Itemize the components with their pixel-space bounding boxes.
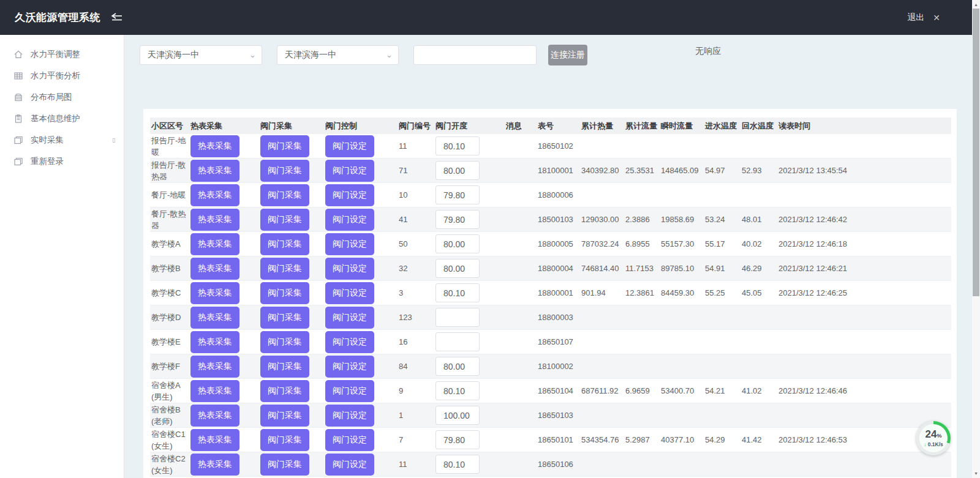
valve-set-button[interactable]: 阀门设定 (325, 233, 374, 255)
valve-opening-input[interactable] (435, 357, 480, 376)
valve-collect-button[interactable]: 阀门采集 (260, 209, 309, 231)
valve-set-button[interactable]: 阀门设定 (325, 356, 374, 378)
valve-collect-button[interactable]: 阀门采集 (260, 356, 309, 378)
main-content: 天津滨海一中 ⌄ 天津滨海一中 ⌄ 连接注册 无响应 小区区号 热表采集 阀门采… (124, 35, 972, 478)
cell-valve-number: 10 (398, 190, 434, 200)
sidebar-item-label: 分布布局图 (31, 92, 72, 103)
sidebar-item-label: 水力平衡分析 (31, 70, 80, 81)
valve-opening-input[interactable] (435, 210, 480, 229)
col-header-meter-no: 表号 (537, 121, 580, 132)
scrollbar-down-icon[interactable]: ▼ (972, 469, 980, 477)
cell-valve-number: 16 (398, 337, 434, 346)
col-header-opening: 阀门开度 (434, 121, 505, 132)
download-speed-value: 0.1K/s (928, 441, 943, 447)
sidebar-item-realtime-collect[interactable]: 实时采集 ▯ (0, 129, 124, 151)
sidebar-item-relogin[interactable]: 重新登录 (0, 151, 124, 172)
scrollbar-up-icon[interactable]: ▲ (972, 1, 980, 9)
heat-meter-collect-button[interactable]: 热表采集 (190, 380, 239, 402)
valve-collect-button[interactable]: 阀门采集 (260, 233, 309, 255)
app-title: 久沃能源管理系统 (15, 10, 100, 24)
cell-total-heat: 687611.92 (580, 386, 624, 395)
logout-button[interactable]: 退出 (907, 12, 924, 23)
valve-collect-button[interactable]: 阀门采集 (260, 331, 309, 353)
cell-total-heat: 746814.40 (580, 264, 624, 273)
valve-opening-input[interactable] (435, 259, 480, 278)
heat-meter-collect-button[interactable]: 热表采集 (190, 405, 239, 427)
sidebar-collapse-icon[interactable] (109, 13, 124, 23)
cell-total-flow: 5.2987 (624, 435, 660, 444)
heat-meter-collect-button[interactable]: 热表采集 (190, 429, 239, 451)
heat-meter-collect-button[interactable]: 热表采集 (190, 160, 239, 182)
cell-out-temp: 41.42 (741, 435, 777, 444)
heat-meter-collect-button[interactable]: 热表采集 (190, 233, 239, 255)
station-select-2[interactable]: 天津滨海一中 ⌄ (277, 45, 399, 65)
heat-meter-collect-button[interactable]: 热表采集 (190, 356, 239, 378)
sidebar-item-distribution-layout[interactable]: 分布布局图 (0, 86, 124, 108)
cell-total-flow: 6.9659 (624, 386, 660, 395)
valve-set-button[interactable]: 阀门设定 (325, 184, 374, 206)
cell-out-temp: 40.02 (741, 239, 777, 248)
sidebar-item-hydraulic-analysis[interactable]: 水力平衡分析 (0, 65, 124, 86)
valve-opening-input[interactable] (435, 136, 480, 155)
valve-opening-input[interactable] (435, 161, 480, 180)
cell-meter-number: 18800001 (537, 288, 580, 297)
valve-opening-input[interactable] (435, 283, 480, 302)
table-row: 餐厅-散热器 热表采集 阀门采集 阀门设定 41 18500103 129030… (150, 207, 951, 232)
valve-set-button[interactable]: 阀门设定 (325, 135, 374, 157)
station-select-1[interactable]: 天津滨海一中 ⌄ (140, 45, 262, 65)
valve-collect-button[interactable]: 阀门采集 (260, 258, 309, 280)
col-header-valve: 阀门采集 (259, 121, 324, 132)
valve-set-button[interactable]: 阀门设定 (325, 209, 374, 231)
heat-meter-collect-button[interactable]: 热表采集 (190, 307, 239, 329)
valve-set-button[interactable]: 阀门设定 (325, 454, 374, 476)
valve-collect-button[interactable]: 阀门采集 (260, 405, 309, 427)
valve-collect-button[interactable]: 阀门采集 (260, 160, 309, 182)
valve-set-button[interactable]: 阀门设定 (325, 429, 374, 451)
cell-meter-number: 18800003 (537, 313, 580, 322)
cell-total-flow: 11.7153 (624, 264, 660, 273)
valve-set-button[interactable]: 阀门设定 (325, 380, 374, 402)
valve-opening-input[interactable] (435, 308, 480, 327)
valve-collect-button[interactable]: 阀门采集 (260, 282, 309, 304)
valve-opening-input[interactable] (435, 455, 480, 474)
valve-opening-input[interactable] (435, 332, 480, 351)
download-progress-badge[interactable]: 24% ↓ 0.1K/s (916, 421, 951, 455)
valve-set-button[interactable]: 阀门设定 (325, 307, 374, 329)
heat-meter-collect-button[interactable]: 热表采集 (190, 184, 239, 206)
valve-collect-button[interactable]: 阀门采集 (260, 135, 309, 157)
valve-opening-input[interactable] (435, 406, 480, 425)
sidebar-item-label: 实时采集 (31, 135, 64, 146)
download-speed: ↓ 0.1K/s (924, 441, 943, 447)
sidebar-item-basic-info[interactable]: 基本信息维护 (0, 108, 124, 129)
valve-set-button[interactable]: 阀门设定 (325, 331, 374, 353)
valve-opening-input[interactable] (435, 185, 480, 204)
heat-meter-collect-button[interactable]: 热表采集 (190, 331, 239, 353)
valve-opening-input[interactable] (435, 430, 480, 449)
window-scrollbar[interactable]: ▲ ▼ (972, 0, 980, 478)
scrollbar-thumb[interactable] (973, 9, 979, 296)
valve-set-button[interactable]: 阀门设定 (325, 282, 374, 304)
heat-meter-collect-button[interactable]: 热表采集 (190, 258, 239, 280)
cell-read-time: 2021/3/12 12:46:18 (777, 239, 951, 248)
heat-meter-collect-button[interactable]: 热表采集 (190, 209, 239, 231)
valve-set-button[interactable]: 阀门设定 (325, 405, 374, 427)
cell-meter-number: 18650102 (537, 141, 580, 151)
valve-collect-button[interactable]: 阀门采集 (260, 429, 309, 451)
valve-collect-button[interactable]: 阀门采集 (260, 307, 309, 329)
cell-inst-flow: 84459.30 (660, 288, 704, 297)
connect-register-button[interactable]: 连接注册 (548, 45, 587, 65)
valve-collect-button[interactable]: 阀门采集 (260, 454, 309, 476)
heat-meter-collect-button[interactable]: 热表采集 (190, 454, 239, 476)
valve-opening-input[interactable] (435, 381, 480, 400)
valve-set-button[interactable]: 阀门设定 (325, 160, 374, 182)
connect-text-input[interactable] (413, 45, 537, 65)
heat-meter-collect-button[interactable]: 热表采集 (190, 282, 239, 304)
heat-meter-collect-button[interactable]: 热表采集 (190, 135, 239, 157)
valve-collect-button[interactable]: 阀门采集 (260, 184, 309, 206)
table-row: 教学楼B 热表采集 阀门采集 阀门设定 32 18800004 746814.4… (150, 256, 951, 281)
valve-collect-button[interactable]: 阀门采集 (260, 380, 309, 402)
valve-opening-input[interactable] (435, 234, 480, 253)
valve-set-button[interactable]: 阀门设定 (325, 258, 374, 280)
close-icon[interactable]: ✕ (933, 13, 940, 23)
sidebar-item-hydraulic-adjust[interactable]: 水力平衡调整 (0, 43, 124, 65)
